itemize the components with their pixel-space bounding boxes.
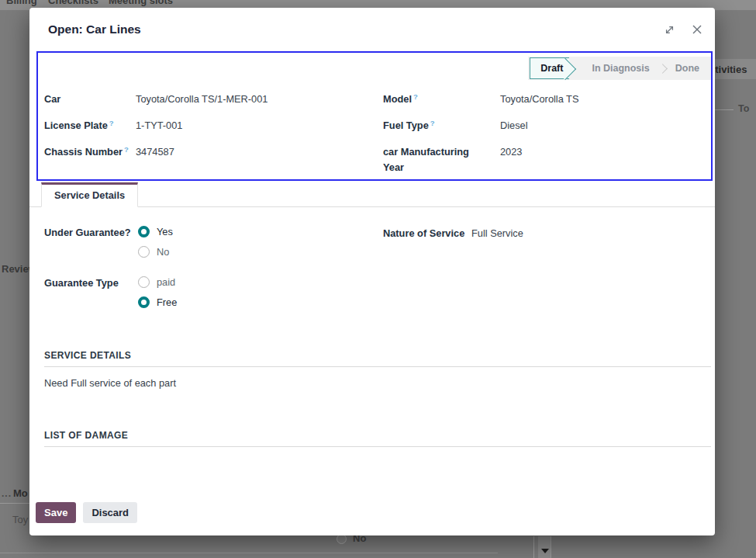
save-button[interactable]: Save: [36, 502, 76, 523]
fields-left-column: Car Toyota/Corolla TS/1-MER-001 License …: [44, 92, 378, 171]
list-of-damage-section: LIST OF DAMAGE: [44, 430, 711, 447]
divider: [0, 553, 498, 553]
under-guarantee-radio-group: Yes No: [138, 226, 173, 258]
field-label: Guarantee Type: [44, 276, 138, 308]
expand-icon[interactable]: [662, 23, 676, 36]
field-label: Car: [44, 93, 60, 105]
radio-no[interactable]: No: [138, 246, 173, 258]
field-value-chassis-number[interactable]: 3474587: [136, 144, 174, 161]
field-chassis-number: Chassis Number? 3474587: [44, 144, 378, 161]
stage-done[interactable]: Done: [664, 57, 711, 80]
activities-label: ctivities: [709, 64, 747, 75]
radio-label: Yes: [157, 226, 173, 237]
notebook-tabs: Service Details: [29, 186, 715, 207]
divider: [712, 109, 734, 110]
field-label: Nature of Service: [383, 227, 471, 239]
field-model: Model? Toyota/Corolla TS: [383, 92, 709, 108]
fields-right-column: Model? Toyota/Corolla TS Fuel Type? Dies…: [383, 92, 709, 186]
radio-label: paid: [157, 276, 175, 288]
menu-item-billing: Billing: [6, 0, 37, 6]
radio-free[interactable]: Free: [138, 296, 177, 308]
today-hint: To: [738, 103, 749, 114]
service-details-section: SERVICE DETAILS Need Full service of eac…: [44, 350, 711, 389]
field-value-license-plate[interactable]: 1-TYT-001: [136, 118, 182, 134]
field-license-plate: License Plate? 1-TYT-001: [44, 118, 378, 134]
toyota-cell-hint: Toy: [12, 514, 28, 525]
discard-button[interactable]: Discard: [83, 502, 137, 523]
field-label: Fuel Type: [383, 120, 429, 131]
help-icon: ?: [109, 119, 114, 127]
field-label: Under Guarantee?: [44, 226, 138, 258]
section-title-service-details: SERVICE DETAILS: [44, 350, 711, 367]
dialog-title: Open: Car Lines: [48, 23, 662, 36]
activities-button: ctivities: [709, 59, 756, 79]
field-manufacturing-year: car Manufacturing Year 2023: [383, 144, 709, 176]
stage-label: In Diagnosis: [592, 63, 649, 74]
radio-icon: [138, 276, 150, 288]
divider: [533, 536, 534, 558]
field-nature-of-service: Nature of Service Full Service: [383, 227, 701, 239]
field-value-manufacturing-year[interactable]: Diesel: [500, 118, 528, 134]
tab-service-details[interactable]: Service Details: [41, 182, 138, 207]
menu-item-meeting-slots: Meeting slots: [109, 0, 173, 6]
stage-draft[interactable]: Draft: [530, 57, 569, 79]
dialog-header: Open: Car Lines: [29, 8, 715, 51]
stage-label: Done: [675, 63, 699, 74]
help-icon: ?: [430, 119, 435, 127]
field-under-guarantee: Under Guarantee? Yes No: [44, 226, 378, 258]
radio-label: Free: [157, 296, 177, 308]
radio-icon: [138, 296, 150, 308]
divider: [0, 503, 29, 504]
scrollbar[interactable]: [538, 536, 551, 558]
record-header-sheet: Draft In Diagnosis Done Car Toyota/Corol…: [36, 51, 713, 181]
close-icon[interactable]: [690, 23, 704, 36]
field-value-model[interactable]: Toyota/Corolla TS: [500, 92, 578, 108]
dialog-footer: Save Discard: [36, 502, 137, 523]
field-fuel-type: Fuel Type? Diesel: [383, 118, 709, 134]
field-car: Car Toyota/Corolla TS/1-MER-001: [44, 92, 378, 108]
field-label: Model: [383, 93, 412, 105]
car-lines-dialog: Open: Car Lines Draft In Diag: [29, 8, 715, 535]
field-value-year[interactable]: 2023: [500, 144, 522, 176]
stage-label: Draft: [540, 63, 563, 74]
menu-item-checklists: Checklists: [48, 0, 98, 6]
field-guarantee-type: Guarantee Type paid Free: [44, 276, 378, 308]
field-label: car Manufacturing Year: [383, 146, 469, 173]
radio-label: No: [157, 246, 169, 258]
ellipsis-hint: ...: [2, 488, 12, 499]
statusbar: Draft In Diagnosis Done: [528, 57, 711, 80]
field-label: License Plate: [44, 120, 108, 131]
guarantee-type-radio-group: paid Free: [138, 276, 177, 308]
field-value-car[interactable]: Toyota/Corolla TS/1-MER-001: [136, 92, 268, 108]
help-icon: ?: [124, 145, 129, 154]
stage-in-diagnosis[interactable]: In Diagnosis: [580, 57, 661, 80]
service-details-text[interactable]: Need Full service of each part: [44, 377, 711, 389]
radio-paid[interactable]: paid: [138, 276, 177, 288]
guarantee-form: Under Guarantee? Yes No Guarantee Type p…: [44, 226, 378, 327]
radio-icon: [138, 246, 150, 258]
model-column-header: Mo: [13, 487, 28, 499]
field-label: Chassis Number: [44, 146, 123, 158]
help-icon: ?: [413, 92, 418, 101]
section-title-list-of-damage: LIST OF DAMAGE: [44, 430, 711, 447]
radio-icon: [138, 226, 150, 237]
field-value-nature-of-service[interactable]: Full Service: [471, 227, 523, 239]
scroll-down-arrow-icon[interactable]: [541, 549, 549, 553]
radio-yes[interactable]: Yes: [138, 226, 173, 237]
